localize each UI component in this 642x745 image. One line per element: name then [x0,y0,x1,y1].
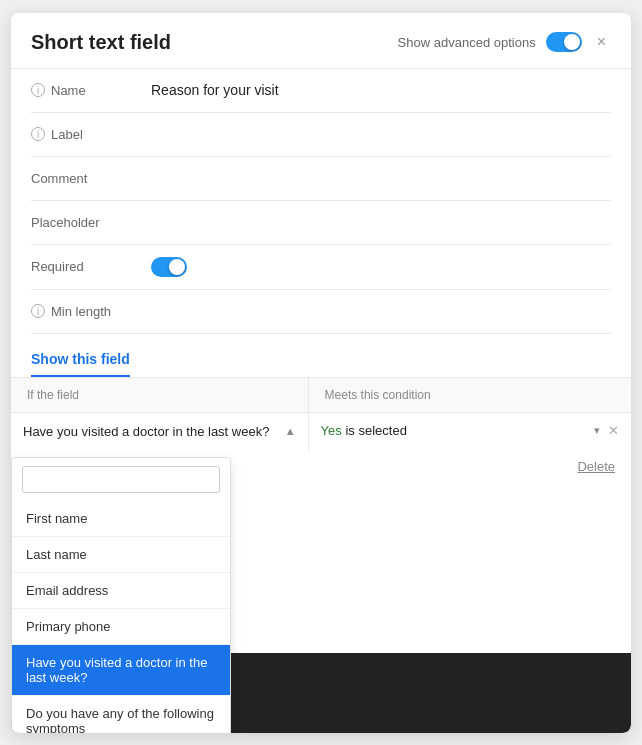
meets-condition-header: Meets this condition [309,378,631,412]
dropdown-item-last-name[interactable]: Last name [12,536,230,572]
meets-chevron-down-icon[interactable]: ▾ [594,424,600,437]
modal-title: Short text field [31,31,171,54]
condition-field-cell: Have you visited a doctor in the last we… [11,413,309,451]
name-row: i Name Reason for your visit [31,69,611,113]
if-field-header: If the field [11,378,309,412]
label-info-icon[interactable]: i [31,127,45,141]
show-this-field-tab[interactable]: Show this field [31,351,130,377]
condition-yes-value: Yes [321,423,342,438]
comment-row: Comment [31,157,611,201]
condition-table-header: If the field Meets this condition [11,378,631,412]
close-modal-button[interactable]: × [592,31,611,53]
condition-meets-actions: ▾ ✕ [594,423,619,438]
show-advanced-label: Show advanced options [398,35,536,50]
required-label: Required [31,259,151,274]
condition-row: Have you visited a doctor in the last we… [11,412,631,451]
condition-field-text: Have you visited a doctor in the last we… [23,423,279,441]
dropdown-item-first-name[interactable]: First name [12,501,230,536]
condition-is-selected: is selected [345,423,406,438]
placeholder-label: Placeholder [31,215,151,230]
show-this-field-section: Show this field [11,334,631,377]
field-dropdown: First name Last name Email address Prima… [11,457,231,733]
chevron-up-icon: ▲ [285,425,296,437]
dropdown-item-primary-phone[interactable]: Primary phone [12,608,230,644]
modal-header: Short text field Show advanced options × [11,13,631,69]
condition-meets-text: Yes is selected [321,423,407,438]
min-length-label: i Min length [31,304,151,319]
dropdown-item-symptoms[interactable]: Do you have any of the following symptom… [12,695,230,733]
meets-close-icon[interactable]: ✕ [608,423,619,438]
form-rows: i Name Reason for your visit i Label Com… [11,69,631,334]
label-row: i Label [31,113,611,157]
condition-field-selector[interactable]: Have you visited a doctor in the last we… [23,423,296,441]
condition-meets-cell: Yes is selected ▾ ✕ [309,413,631,448]
name-value: Reason for your visit [151,82,279,98]
dropdown-item-visited-doctor[interactable]: Have you visited a doctor in the last we… [12,644,230,695]
placeholder-row: Placeholder [31,201,611,245]
condition-table: If the field Meets this condition Have y… [11,377,631,482]
name-info-icon[interactable]: i [31,83,45,97]
dropdown-search-container [12,458,230,501]
min-length-info-icon[interactable]: i [31,304,45,318]
header-right: Show advanced options × [398,31,611,53]
required-row: Required [31,245,611,290]
delete-button[interactable]: Delete [577,459,615,474]
required-toggle[interactable] [151,257,187,277]
min-length-row: i Min length [31,290,611,334]
label-label: i Label [31,127,151,142]
comment-label: Comment [31,171,151,186]
name-label: i Name [31,83,151,98]
dropdown-list: First name Last name Email address Prima… [12,501,230,733]
dropdown-item-email-address[interactable]: Email address [12,572,230,608]
show-advanced-toggle[interactable] [546,32,582,52]
dropdown-search-input[interactable] [22,466,220,493]
short-text-field-modal: Short text field Show advanced options ×… [11,13,631,733]
